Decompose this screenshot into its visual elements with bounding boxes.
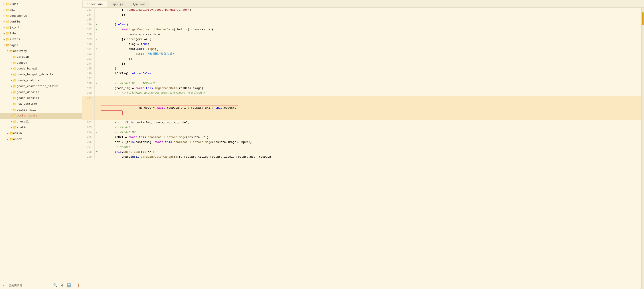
bottom-icon-4[interactable]: 📋	[75, 283, 80, 288]
sidebar-item-idea[interactable]: ▶ 📁 .idea	[0, 1, 82, 7]
gutter: ▼	[94, 130, 99, 135]
gutter	[94, 8, 99, 13]
line-number: 208	[82, 150, 94, 155]
tab-index-vue[interactable]: index.vue	[82, 1, 107, 7]
sidebar-item-goods-combination[interactable]: ▶ 📁 goods_combination	[0, 78, 82, 84]
code-line: // #ifdef MP	[99, 130, 641, 135]
gutter	[94, 140, 99, 145]
line-number: 184	[82, 13, 94, 17]
scroll-thumb	[642, 12, 644, 25]
line-number: 185	[82, 17, 94, 22]
code-line: goods_img = await this.imgToBaseData(res…	[99, 86, 641, 91]
code-line: title: '海报图片获取失败'	[99, 52, 641, 57]
code-line: })	[99, 62, 641, 66]
line-number: 189	[82, 37, 94, 42]
sidebar-item-components[interactable]: ▶ 📁 components	[0, 13, 82, 19]
close-project-label: 已关闭项目	[9, 284, 22, 287]
code-row-200: 200 // 公众号会返回url,h5环境没有,微信公众号跟h5的二维码需要区分	[82, 91, 641, 96]
line-number: 183	[82, 8, 94, 13]
line-number: 199	[82, 86, 94, 91]
code-row-188: 188 resData = res.data	[82, 32, 641, 37]
gutter: ▼	[94, 81, 99, 86]
sidebar-item-goods-combination-status[interactable]: ▶ 📁 goods_combination_status	[0, 84, 82, 89]
code-row-191: 191 ▼ that.$util.Tips({	[82, 47, 641, 52]
code-row-196: 196 if(flag) return false;	[82, 71, 641, 76]
gutter: ▼	[94, 37, 99, 42]
code-line: // #ifdef H5 || APP-PLUS	[99, 81, 641, 86]
sidebar-item-annex[interactable]: ▶ 📁 annex	[0, 136, 82, 142]
sidebar-item-goods-bargain[interactable]: ▶ 📁 goods_bargain	[0, 66, 82, 72]
code-line: },'/pages/activity/goods_bargain/index')…	[99, 8, 641, 13]
sidebar-item-goods-seckill[interactable]: ▶ 📁 goods_seckill	[0, 95, 82, 101]
line-number: 186	[82, 22, 94, 27]
code-row-198: 198 ▼ // #ifdef H5 || APP-PLUS	[82, 81, 641, 86]
code-line: this.$nextTick((e) => {	[99, 150, 641, 155]
code-line: }).catch(err => {	[99, 37, 641, 42]
code-row-190: 190 flag = true;	[82, 42, 641, 47]
sidebar-item-static[interactable]: ▶ 📁 static	[0, 125, 82, 130]
sidebar-item-coupon[interactable]: ▶ 📁 coupon	[0, 60, 82, 66]
code-container[interactable]: 183 },'/pages/activity/goods_bargain/ind…	[82, 8, 641, 289]
tabs: index.vue app.js App.vue	[82, 0, 644, 8]
sidebar-item-activity[interactable]: ▼ 📂 activity	[0, 48, 82, 54]
sidebar-item-admin[interactable]: ▶ 📁 admin	[0, 131, 82, 136]
gutter: ▼	[94, 22, 99, 27]
line-number: 209	[82, 155, 94, 159]
code-line: });	[99, 57, 641, 62]
sidebar-item-jssdk[interactable]: ▶ 📁 js_sdk	[0, 25, 82, 31]
sidebar-item-libs[interactable]: ▶ 📁 libs	[0, 31, 82, 37]
code-line: mpUrl = await this.downloadFilestoreImag…	[99, 135, 641, 140]
sidebar-item-bargain[interactable]: ▶ 📁 bargain	[0, 54, 82, 60]
gutter	[94, 91, 99, 96]
sidebar-item-api[interactable]: ▶ 📁 api	[0, 7, 82, 13]
scrollbar-accent	[641, 8, 644, 289]
code-row-205: 205 mpUrl = await this.downloadFilestore…	[82, 135, 641, 140]
editor-area: index.vue app.js App.vue 183 },'/pages/a…	[82, 0, 644, 289]
gutter	[94, 145, 99, 150]
line-number: 194	[82, 62, 94, 66]
code-row-184: 184 })	[82, 13, 641, 17]
code-line: that.$util.Tips({	[99, 47, 641, 52]
sidebar-item-goods-details[interactable]: ▶ 📁 goods_details	[0, 90, 82, 95]
tab-app-js[interactable]: app.js	[108, 1, 128, 7]
code-row-201: 201 mp_code = await resData.url ? resDat…	[82, 96, 641, 120]
code-line: await getCombinationPosterData(that.id).…	[99, 27, 641, 32]
code-line: arr = [this.posterBag, await this.downlo…	[99, 140, 641, 145]
gutter	[94, 71, 99, 76]
sidebar-item-goods-bargain-details[interactable]: ▶ 📁 goods_bargain_details	[0, 72, 82, 78]
bottom-icon-1[interactable]: 🔍	[53, 283, 58, 288]
code-line: } else {	[99, 22, 641, 27]
sidebar-item-points-mall[interactable]: ▶ 📁 points_mall	[0, 107, 82, 113]
code-lines: 183 },'/pages/activity/goods_bargain/ind…	[82, 8, 641, 159]
file-tree[interactable]: ▶ 📁 .idea ▶ 📁 api ▶ 📁 components ▶ 📁 con…	[0, 0, 82, 282]
sidebar-item-config[interactable]: ▶ 📁 config	[0, 19, 82, 25]
line-number: 207	[82, 145, 94, 150]
line-number: 205	[82, 135, 94, 140]
code-row-187: 187 ▼ await getCombinationPosterData(tha…	[82, 27, 641, 32]
line-number: 206	[82, 140, 94, 145]
code-line: // #endif	[99, 145, 641, 150]
tab-app-vue[interactable]: App.vue	[128, 1, 150, 7]
code-row-193: 193 });	[82, 57, 641, 62]
line-number: 198	[82, 81, 94, 86]
code-line: resData = res.data	[99, 32, 641, 37]
sidebar-item-presell[interactable]: ▶ 📁 presell	[0, 119, 82, 125]
bottom-icon-3[interactable]: 🔄	[67, 283, 72, 288]
sidebar-item-poster-poster[interactable]: ▶ 📁 poster-poster	[0, 113, 82, 119]
line-number: 193	[82, 57, 94, 62]
code-line: flag = true;	[99, 42, 641, 47]
gutter	[94, 13, 99, 17]
gutter	[94, 76, 99, 81]
code-row-199: 199 goods_img = await this.imgToBaseData…	[82, 86, 641, 91]
bottom-icon-2[interactable]: ⚙	[61, 283, 64, 288]
sidebar: ▶ 📁 .idea ▶ 📁 api ▶ 📁 components ▶ 📁 con…	[0, 0, 82, 289]
sidebar-item-mixins[interactable]: ▶ 📁 mixins	[0, 37, 82, 42]
code-row-209: 209 that.$util.bargainPosterCanvas(arr, …	[82, 155, 641, 159]
sidebar-bottom: ▶ 已关闭项目 🔍 ⚙ 🔄 📋	[0, 282, 82, 289]
line-number: 192	[82, 52, 94, 57]
gutter	[94, 17, 99, 22]
sidebar-item-pages[interactable]: ▼ 📂 pages	[0, 43, 82, 48]
gutter	[94, 96, 99, 120]
sidebar-item-new-customer[interactable]: ▶ 📁 new_customer	[0, 101, 82, 107]
gutter	[94, 86, 99, 91]
